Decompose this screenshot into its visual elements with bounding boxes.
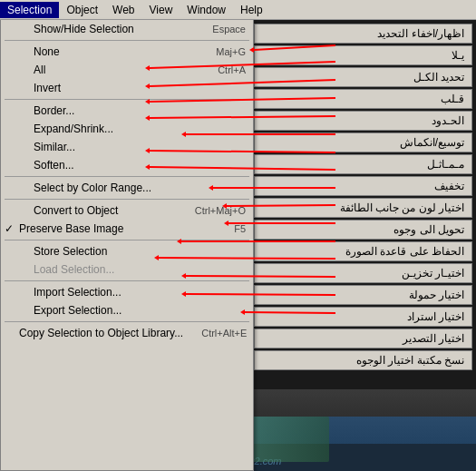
menu-item-preserve-base[interactable]: ✓ Preserve Base Image F5 — [1, 220, 253, 238]
menubar: Selection Object Web View Window Help — [0, 0, 476, 20]
menu-item-all[interactable]: All Ctrl+A — [1, 61, 253, 79]
separator-4 — [5, 199, 249, 200]
menu-item-soften[interactable]: Soften... — [1, 156, 253, 174]
menu-help[interactable]: Help — [233, 2, 270, 18]
menu-item-import-selection[interactable]: Import Selection... — [1, 283, 253, 301]
menu-label-color-range: Select by Color Range... — [34, 182, 228, 194]
arabic-btn-3[interactable]: قـلب — [254, 89, 472, 109]
menu-label-store-selection: Store Selection — [34, 245, 228, 258]
arabic-btn-7[interactable]: تخفيف — [254, 176, 472, 196]
menu-item-convert-object[interactable]: Convert to Object Ctrl+Maj+O — [1, 201, 253, 220]
menu-label-all: All — [34, 64, 199, 76]
shortcut-preserve: F5 — [234, 223, 246, 234]
arabic-btn-11[interactable]: اختيـار تخزيـن — [254, 263, 472, 283]
menu-label-show-hide: Show/Hide Selection — [34, 23, 194, 35]
menu-label-invert: Invert — [34, 82, 228, 94]
arabic-btn-9[interactable]: تحويل الى وجوه — [254, 220, 472, 240]
arabic-btn-12[interactable]: اختيار حمولة — [254, 285, 472, 305]
arabic-btn-15[interactable]: نسخ مكتبة اختيار الوجوه — [254, 350, 472, 370]
separator-3 — [5, 176, 249, 177]
menu-label-none: None — [34, 45, 198, 58]
arabic-btn-6[interactable]: مـمـاثـل — [254, 154, 472, 174]
menu-label-copy-library: Copy Selection to Object Library... — [19, 327, 183, 339]
menu-label-expand-shrink: Expand/Shrink... — [34, 123, 228, 135]
arabic-btn-14[interactable]: اختيار التصدير — [254, 329, 472, 348]
menu-label-similar: Similar... — [34, 141, 228, 153]
menu-label-preserve-base: Preserve Base Image — [19, 222, 216, 235]
menu-item-color-range[interactable]: Select by Color Range... — [1, 179, 253, 197]
menu-label-soften: Soften... — [34, 159, 228, 172]
menu-view[interactable]: View — [142, 2, 180, 18]
menu-window[interactable]: Window — [180, 2, 233, 18]
separator-2 — [5, 99, 249, 100]
shortcut-show-hide: Espace — [212, 24, 246, 34]
menu-object[interactable]: Object — [59, 2, 105, 18]
menu-label-import-selection: Import Selection... — [34, 286, 228, 299]
shortcut-none: Maj+G — [216, 46, 246, 57]
arabic-btn-13[interactable]: اختيار استراد — [254, 307, 472, 327]
menu-item-export-selection[interactable]: Export Selection... — [1, 301, 253, 319]
separator-7 — [5, 321, 249, 322]
arabic-btn-2[interactable]: تحديد الكـل — [254, 67, 472, 87]
shortcut-convert-object: Ctrl+Maj+O — [195, 205, 246, 216]
arabic-btn-0[interactable]: اظهار/اخفاء التحديد — [254, 24, 472, 44]
separator-1 — [5, 40, 249, 41]
menu-label-border: Border... — [34, 104, 228, 117]
separator-6 — [5, 280, 249, 281]
menu-item-invert[interactable]: Invert — [1, 79, 253, 97]
menu-item-similar[interactable]: Similar... — [1, 138, 253, 156]
arabic-btn-10[interactable]: الحفاظ على قاعدة الصورة — [254, 241, 472, 261]
separator-5 — [5, 240, 249, 240]
shortcut-all: Ctrl+A — [218, 64, 246, 75]
menu-label-convert-object: Convert to Object — [34, 204, 177, 217]
menu-web[interactable]: Web — [105, 2, 141, 18]
menu-item-load-selection: Load Selection... — [1, 260, 253, 279]
menu-label-export-selection: Export Selection... — [34, 304, 228, 317]
arabic-btn-5[interactable]: توسيع/انكماش — [254, 132, 472, 152]
menu-item-copy-to-library[interactable]: Copy Selection to Object Library... Ctrl… — [1, 324, 253, 342]
menu-label-load-selection: Load Selection... — [34, 263, 228, 276]
menu-item-border[interactable]: Border... — [1, 102, 253, 120]
arabic-btn-8[interactable]: اختيار لون من جانب الطائفة — [254, 198, 472, 218]
menu-item-store-selection[interactable]: Store Selection — [1, 242, 253, 260]
shortcut-copy-library: Ctrl+Alt+E — [201, 328, 247, 339]
menu-item-none[interactable]: None Maj+G — [1, 43, 253, 61]
selection-dropdown-menu: Show/Hide Selection Espace None Maj+G Al… — [0, 20, 254, 471]
arabic-btn-4[interactable]: الحـدود — [254, 111, 472, 131]
arabic-btn-1[interactable]: يـلا — [254, 45, 472, 65]
check-preserve: ✓ — [5, 222, 19, 235]
menu-selection[interactable]: Selection — [0, 2, 59, 18]
menu-item-expand-shrink[interactable]: Expand/Shrink... — [1, 120, 253, 138]
menu-item-show-hide-selection[interactable]: Show/Hide Selection Espace — [1, 20, 253, 38]
